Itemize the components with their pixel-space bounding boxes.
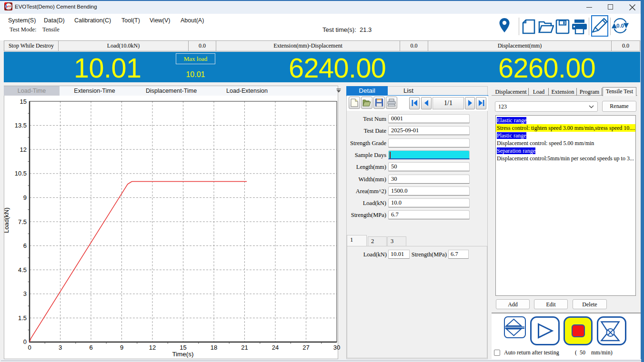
svg-text:0: 0	[23, 338, 27, 345]
svg-text:9: 9	[23, 194, 27, 201]
svg-text:24: 24	[272, 344, 279, 351]
svg-text:9: 9	[120, 344, 123, 351]
svg-text:12: 12	[149, 344, 156, 351]
svg-text:21: 21	[241, 344, 248, 351]
svg-text:6: 6	[89, 344, 92, 351]
svg-text:0: 0	[28, 344, 31, 351]
svg-text:Time(s): Time(s)	[172, 351, 193, 358]
svg-text:10.5: 10.5	[15, 170, 27, 177]
svg-text:0.0: 0.0	[616, 23, 624, 29]
svg-text:13.5: 13.5	[15, 122, 27, 129]
svg-text:30: 30	[333, 344, 340, 351]
svg-text:3: 3	[59, 344, 62, 351]
svg-text:12: 12	[20, 146, 27, 153]
svg-text:15: 15	[180, 344, 186, 351]
svg-text:4.5: 4.5	[18, 266, 27, 274]
svg-text:Load(kN): Load(kN)	[4, 207, 10, 233]
svg-text:15: 15	[20, 98, 27, 105]
svg-text:1.5: 1.5	[18, 314, 27, 322]
svg-text:27: 27	[302, 344, 309, 351]
svg-text:18: 18	[211, 344, 217, 351]
svg-text:3: 3	[23, 290, 27, 297]
svg-text:6: 6	[23, 242, 27, 249]
svg-text:7.5: 7.5	[18, 218, 27, 225]
